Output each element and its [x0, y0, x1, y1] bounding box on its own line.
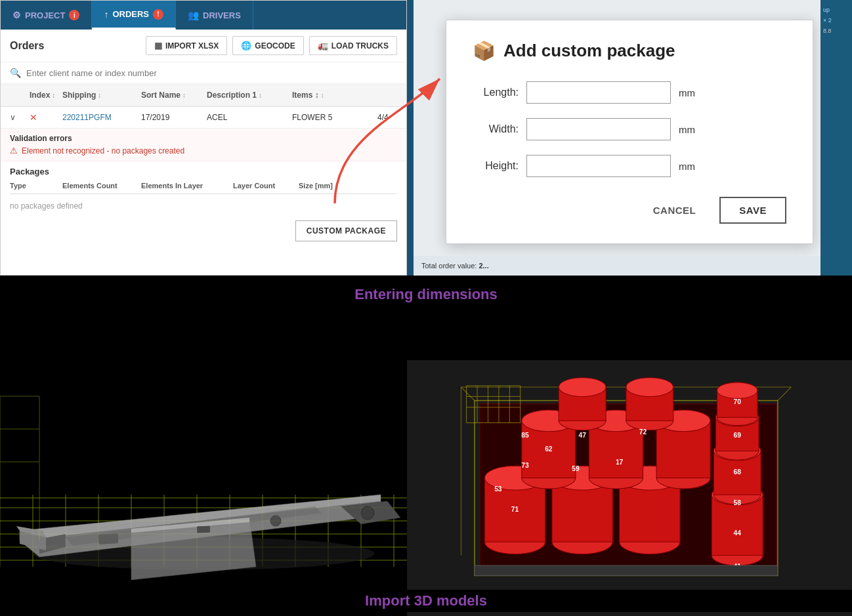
cylinder-number-12: 69 — [734, 432, 742, 439]
pkg-col-layer: Elements In Layer — [141, 182, 233, 190]
tab-drivers-label: DRIVERS — [203, 10, 241, 20]
no-packages-text: no packages defined — [10, 196, 83, 216]
import-label: IMPORT XLSX — [165, 41, 219, 51]
3d-model-right-panel: 71 53 73 62 59 85 47 17 72 44 68 69 70 4… — [407, 360, 852, 616]
row-shipping: 17/2019 — [137, 108, 203, 127]
col-description: Description 1 ↕ — [203, 84, 288, 106]
import-icon: ▦ — [154, 41, 162, 51]
sort-description-icon[interactable]: ↕ — [259, 92, 262, 99]
custom-package-button[interactable]: CUSTOM PACKAGE — [295, 220, 397, 241]
svg-rect-22 — [98, 533, 119, 544]
svg-point-21 — [361, 506, 374, 520]
col-items: Items ↕ ↕ — [288, 84, 373, 106]
length-input[interactable] — [526, 81, 671, 104]
total-order-text: Total order value: 2... — [421, 262, 489, 270]
height-input[interactable] — [526, 155, 671, 177]
right-info-strip: up × 2 8.8 — [820, 0, 852, 276]
cylinder-number-9: 72 — [639, 428, 647, 436]
truck-icon: 🚛 — [318, 41, 328, 51]
3d-scene-right: 71 53 73 62 59 85 47 17 72 44 68 69 70 4… — [407, 360, 852, 616]
nav-tabs: ⚙ PROJECT i ↑ ORDERS ! 👥 DRIVERS — [1, 1, 406, 30]
height-field: Height: mm — [473, 155, 786, 177]
dialog-panel: 📦 Add custom package Length: mm Width: m… — [407, 0, 852, 276]
error-icon: ✕ — [30, 112, 37, 123]
length-field: Length: mm — [473, 81, 786, 104]
cylinder-number-11: 68 — [734, 468, 742, 476]
orders-header: Orders ▦ IMPORT XLSX 🌐 GEOCODE 🚛 LOAD TR… — [1, 30, 406, 62]
entering-dimensions-caption: Entering dimensions — [0, 281, 852, 308]
pkg-col-size: Size [mm] — [299, 182, 364, 190]
row-sortname: ACEL — [203, 108, 288, 127]
svg-point-25 — [102, 534, 108, 541]
table-header: Index ↕ Shipping ↕ Sort Name ↕ Descripti… — [1, 84, 406, 107]
row-expand-button[interactable]: ∨ — [6, 108, 26, 127]
cylinder-number-3: 73 — [521, 462, 529, 469]
dialog-title: Add custom package — [503, 41, 675, 61]
geocode-icon: 🌐 — [241, 41, 251, 51]
width-field: Width: mm — [473, 118, 786, 140]
svg-point-59 — [559, 378, 606, 397]
height-unit: mm — [679, 161, 695, 172]
svg-rect-23 — [197, 526, 210, 533]
tab-project-label: PROJECT — [25, 10, 65, 20]
search-input[interactable] — [26, 68, 397, 78]
search-bar: 🔍 — [1, 62, 406, 84]
validation-error-text: Element not recognized - no packages cre… — [22, 146, 184, 155]
tab-orders-label: ORDERS — [112, 9, 149, 19]
cancel-button[interactable]: CANCEL — [640, 197, 710, 224]
width-input[interactable] — [526, 118, 671, 140]
cylinder-number-10: 44 — [734, 529, 742, 537]
strip-info-2: × 2 — [823, 17, 849, 24]
entering-dimensions-text: Entering dimensions — [354, 286, 498, 302]
strip-info-3: 8.8 — [823, 28, 849, 34]
load-trucks-button[interactable]: 🚛 LOAD TRUCKS — [309, 36, 397, 55]
import-xlsx-button[interactable]: ▦ IMPORT XLSX — [146, 36, 227, 55]
tab-drivers[interactable]: 👥 DRIVERS — [176, 1, 253, 30]
col-index: Index ↕ — [26, 84, 58, 106]
3d-scene-left — [0, 360, 407, 616]
col-shipping: Shipping ↕ — [58, 84, 137, 106]
cylinder-number-13: 70 — [734, 398, 742, 405]
packages-section: Packages Type Elements Count Elements In… — [1, 161, 406, 251]
height-label: Height: — [473, 160, 519, 172]
cylinder-number-6: 85 — [521, 432, 529, 439]
add-custom-package-dialog: 📦 Add custom package Length: mm Width: m… — [446, 20, 813, 244]
row-index[interactable]: 220211PGFM — [58, 108, 137, 127]
tab-orders[interactable]: ↑ ORDERS ! — [92, 1, 176, 30]
pkg-col-type: Type — [10, 182, 62, 190]
3d-model-left-panel — [0, 360, 407, 616]
pkg-col-elements: Elements Count — [62, 182, 141, 190]
sort-items-icon[interactable]: ↕ — [321, 92, 324, 99]
search-icon: 🔍 — [10, 68, 21, 78]
cylinder-number-15: 58 — [734, 499, 742, 506]
cylinder-number-2: 53 — [494, 485, 502, 493]
length-unit: mm — [679, 87, 695, 98]
validation-title: Validation errors — [10, 134, 397, 143]
svg-point-74 — [717, 382, 757, 399]
width-unit: mm — [679, 124, 695, 135]
header-buttons: ▦ IMPORT XLSX 🌐 GEOCODE 🚛 LOAD TRUCKS — [146, 36, 397, 55]
sort-index-icon[interactable]: ↕ — [52, 92, 55, 99]
sort-shipping-icon[interactable]: ↕ — [98, 92, 101, 99]
tab-project[interactable]: ⚙ PROJECT i — [1, 1, 92, 30]
cylinder-number-1: 71 — [511, 506, 519, 513]
orders-title: Orders — [10, 40, 44, 52]
geocode-label: GEOCODE — [255, 41, 295, 51]
orders-icon: ↑ — [104, 9, 108, 20]
cylinder-number-7: 47 — [578, 432, 586, 439]
cylinder-number-5: 59 — [572, 465, 580, 472]
table-row: ∨ ✕ 220211PGFM 17/2019 ACEL FLOWER 5 4/4 — [1, 107, 406, 129]
geocode-button[interactable]: 🌐 GEOCODE — [232, 36, 303, 55]
length-label: Length: — [473, 87, 519, 98]
svg-rect-82 — [475, 565, 778, 575]
save-button[interactable]: SAVE — [719, 197, 786, 224]
total-order-strip: Total order value: 2... — [414, 256, 820, 276]
package-icon: 📦 — [473, 40, 496, 62]
cylinder-number-4: 62 — [545, 445, 553, 453]
validation-error: ⚠ Element not recognized - no packages c… — [10, 146, 397, 155]
project-icon: ⚙ — [12, 10, 21, 20]
svg-point-62 — [626, 378, 673, 397]
sort-sortname-icon[interactable]: ↕ — [182, 92, 186, 99]
validation-section: Validation errors ⚠ Element not recogniz… — [1, 129, 406, 161]
packages-footer: CUSTOM PACKAGE — [10, 214, 397, 245]
